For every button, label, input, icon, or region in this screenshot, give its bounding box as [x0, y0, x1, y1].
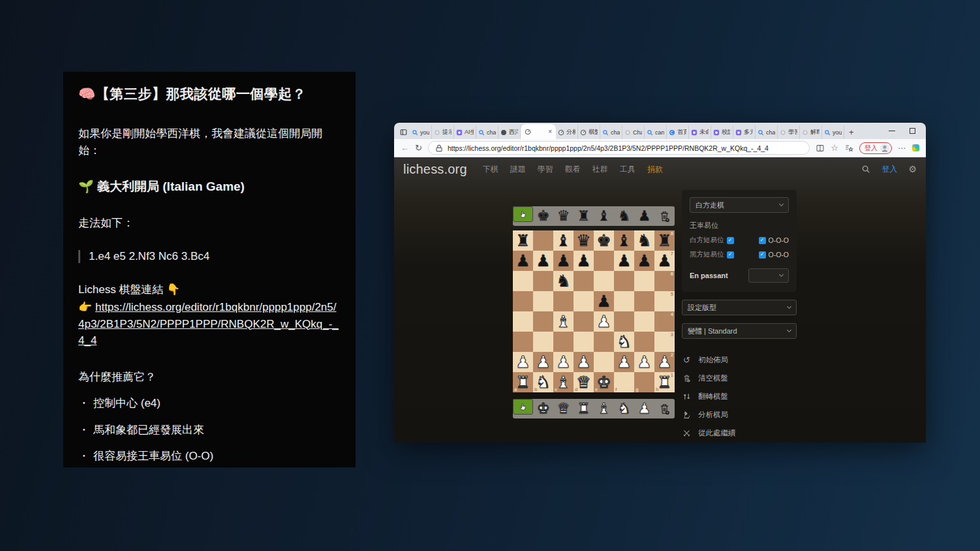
browser-tab[interactable]: can: [645, 125, 667, 139]
favorite-star-icon[interactable]: ☆: [831, 143, 838, 153]
square-b2[interactable]: ♟: [533, 352, 553, 372]
square-f4[interactable]: [614, 311, 634, 332]
checkbox-checked[interactable]: ✓: [727, 237, 734, 244]
spare-piece-Q[interactable]: ♛: [553, 399, 574, 418]
square-f1[interactable]: f: [614, 372, 634, 392]
refresh-button[interactable]: ↻: [415, 143, 422, 153]
square-g3[interactable]: [634, 332, 654, 352]
square-e6[interactable]: [594, 271, 614, 291]
square-e4[interactable]: ♟: [594, 311, 614, 332]
lichess-logo[interactable]: lichess.org: [403, 162, 467, 177]
square-e2[interactable]: [594, 352, 614, 372]
checkbox-checked[interactable]: ✓: [759, 251, 766, 259]
checkbox-checked[interactable]: ✓: [759, 237, 766, 244]
browser-tab[interactable]: you: [822, 125, 844, 139]
spare-piece-N[interactable]: ♞: [614, 399, 634, 418]
chess-board[interactable]: ♜♝♛♚♝♞♜8♟♟♟♟♟♟♟7♞6♟5♝♟4♞3♟♟♟♟♟♟♟2♜a♞b♝c♛…: [513, 230, 675, 392]
square-b6[interactable]: [533, 271, 553, 291]
spare-piece-B[interactable]: ♝: [594, 399, 614, 418]
square-c5[interactable]: [553, 291, 574, 311]
browser-tab[interactable]: you: [410, 125, 432, 139]
browser-tab[interactable]: 解釋: [800, 125, 822, 139]
browser-tab[interactable]: 首頁: [667, 125, 689, 139]
tab-close-icon[interactable]: ×: [548, 128, 552, 135]
square-e7[interactable]: [594, 251, 614, 271]
spare-piece-P[interactable]: ♟: [634, 399, 654, 418]
square-g6[interactable]: [634, 271, 654, 291]
square-h3[interactable]: 3: [654, 332, 675, 352]
square-c6[interactable]: ♞: [553, 271, 574, 291]
browser-tab[interactable]: 學習: [778, 125, 800, 139]
browser-tab[interactable]: 提示: [432, 125, 454, 139]
square-c3[interactable]: [553, 332, 574, 352]
action-flip[interactable]: 翻轉棋盤: [682, 387, 797, 405]
square-d8[interactable]: ♛: [574, 230, 594, 251]
pointer-hand-icon[interactable]: [513, 399, 533, 415]
browser-tab[interactable]: 棋盤: [578, 125, 600, 139]
square-h5[interactable]: 5: [654, 291, 675, 311]
search-icon[interactable]: [861, 165, 870, 174]
square-a3[interactable]: [513, 332, 533, 352]
spare-piece-K[interactable]: ♚: [533, 399, 553, 418]
en-passant-select[interactable]: [748, 268, 789, 283]
square-a1[interactable]: ♜a: [513, 372, 533, 392]
square-c4[interactable]: ♝: [553, 311, 574, 332]
square-a7[interactable]: ♟: [513, 251, 533, 271]
url-field[interactable]: https://lichess.org/editor/r1bqkbnr/pppp…: [428, 141, 810, 155]
square-b3[interactable]: [533, 332, 553, 352]
nav-item-2[interactable]: 謎題: [510, 164, 526, 175]
square-a4[interactable]: [513, 311, 533, 332]
square-b1[interactable]: ♞b: [533, 372, 553, 392]
square-g4[interactable]: [634, 311, 654, 332]
spare-piece-p[interactable]: ♟: [634, 206, 654, 226]
set-position-select[interactable]: 設定版型: [682, 300, 797, 315]
browser-tab[interactable]: 分析: [556, 125, 578, 139]
square-a6[interactable]: [513, 271, 533, 291]
nav-item-6[interactable]: 工具: [620, 164, 635, 175]
nav-item-7[interactable]: 捐款: [647, 164, 663, 175]
turn-select[interactable]: 白方走棋: [690, 197, 789, 213]
nav-item-4[interactable]: 觀看: [565, 164, 581, 175]
square-e1[interactable]: ♚e: [594, 372, 614, 392]
trash-icon[interactable]: [654, 206, 675, 226]
square-d6[interactable]: [574, 271, 594, 291]
square-a8[interactable]: ♜: [513, 230, 533, 251]
square-c8[interactable]: ♝: [553, 230, 574, 251]
spare-piece-k[interactable]: ♚: [533, 206, 553, 226]
square-h1[interactable]: ♜1h: [654, 372, 675, 392]
browser-tab[interactable]: 校訂: [711, 125, 733, 139]
browser-tab[interactable]: 未命: [689, 125, 711, 139]
square-f8[interactable]: ♝: [614, 230, 634, 251]
action-study[interactable]: 研究: [682, 442, 797, 443]
square-g7[interactable]: ♟: [634, 251, 654, 271]
nav-item-3[interactable]: 學習: [538, 164, 553, 175]
square-f2[interactable]: ♟: [614, 352, 634, 372]
action-continue[interactable]: 從此處繼續: [682, 424, 797, 442]
square-h2[interactable]: ♟2: [654, 352, 675, 372]
browser-tab[interactable]: AI生: [454, 125, 476, 139]
browser-tab[interactable]: 西洋: [498, 125, 521, 139]
spare-piece-n[interactable]: ♞: [614, 206, 634, 226]
square-b7[interactable]: ♟: [533, 251, 553, 271]
split-screen-icon[interactable]: [816, 144, 825, 153]
browser-tab[interactable]: Cha: [622, 125, 645, 139]
action-trash[interactable]: 清空棋盤: [682, 369, 797, 387]
square-c1[interactable]: ♝c: [553, 372, 574, 392]
action-reset[interactable]: ↺初始佈局: [682, 351, 797, 369]
square-g8[interactable]: ♞: [634, 230, 654, 251]
square-h4[interactable]: 4: [654, 311, 675, 332]
lichess-editor-link[interactable]: https://lichess.org/editor/r1bqkbnr/pppp…: [78, 301, 339, 347]
square-d5[interactable]: [574, 291, 594, 311]
square-e8[interactable]: ♚: [594, 230, 614, 251]
nav-item-1[interactable]: 下棋: [483, 164, 498, 175]
variant-select[interactable]: 變體 | Standard: [682, 323, 797, 339]
square-f5[interactable]: [614, 291, 634, 311]
spare-piece-b[interactable]: ♝: [594, 206, 614, 226]
square-a2[interactable]: ♟: [513, 352, 533, 372]
browser-login-button[interactable]: 登入: [859, 142, 892, 154]
lichess-signin-button[interactable]: 登入: [881, 164, 897, 175]
square-g2[interactable]: ♟: [634, 352, 654, 372]
square-g1[interactable]: g: [634, 372, 654, 392]
action-analysis[interactable]: 分析棋局: [682, 405, 797, 424]
square-d4[interactable]: [574, 311, 594, 332]
